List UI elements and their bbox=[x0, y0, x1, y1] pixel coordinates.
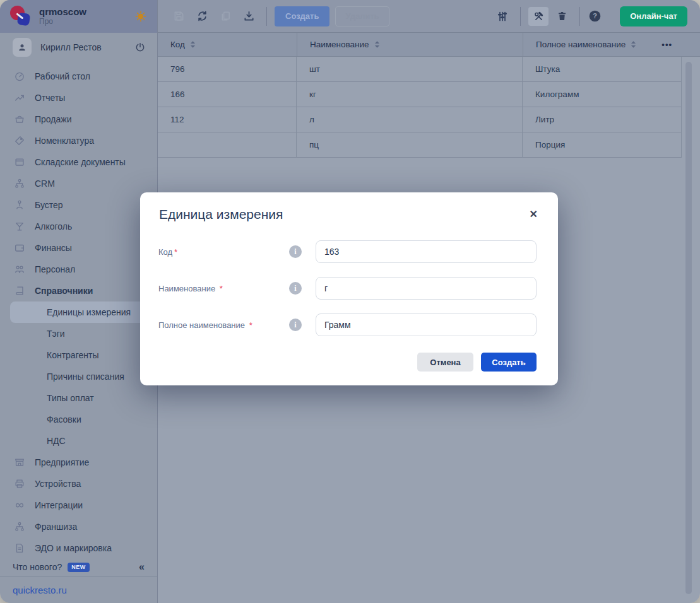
save-icon[interactable] bbox=[172, 9, 186, 23]
sidebar-subitem-label: Единицы измерения bbox=[47, 307, 131, 317]
cell-code[interactable]: 112 bbox=[158, 107, 297, 132]
sidebar-item-devices[interactable]: Устройства bbox=[0, 473, 157, 495]
info-icon[interactable]: i bbox=[289, 245, 302, 258]
cell-name[interactable]: пц bbox=[297, 132, 523, 158]
sidebar-subitem-tags[interactable]: Тэги bbox=[0, 323, 157, 344]
cell-fullname[interactable]: Штука bbox=[523, 57, 682, 82]
logout-power-icon[interactable] bbox=[134, 42, 146, 53]
cell-name[interactable]: кг bbox=[297, 82, 523, 107]
sidebar-item-franchise[interactable]: Франшиза bbox=[0, 516, 157, 537]
code-input[interactable] bbox=[316, 240, 537, 263]
info-icon[interactable]: i bbox=[289, 282, 302, 295]
toolbar-divider bbox=[579, 7, 580, 26]
booster-icon bbox=[14, 199, 25, 211]
user-row[interactable]: Кирилл Рестов bbox=[0, 33, 157, 62]
sidebar-item-dashboard[interactable]: Рабочий стол bbox=[0, 66, 157, 87]
sidebar-subitem-counterparties[interactable]: Контрагенты bbox=[0, 344, 157, 366]
sidebar-item-edo[interactable]: ЭДО и маркировка bbox=[0, 537, 157, 558]
download-icon[interactable] bbox=[242, 9, 256, 23]
refresh-icon[interactable] bbox=[195, 9, 209, 23]
tools-button[interactable] bbox=[528, 7, 549, 26]
sidebar-subitem-units[interactable]: Единицы измерения bbox=[10, 302, 157, 323]
collapse-sidebar-icon[interactable]: « bbox=[139, 561, 145, 573]
sidebar-header: qrmoscow Про bbox=[0, 0, 157, 33]
field-row-fullname: Полное наименование * i bbox=[158, 313, 537, 336]
dashboard-gauge-icon bbox=[14, 71, 25, 82]
sidebar-item-alcohol[interactable]: Алкоголь bbox=[0, 216, 157, 237]
column-menu-icon[interactable]: ••• bbox=[661, 40, 672, 49]
sidebar-item-directories[interactable]: Справочники bbox=[0, 280, 157, 302]
sidebar-nav: Рабочий стол Отчеты Продажи bbox=[0, 62, 157, 558]
sidebar-item-reports[interactable]: Отчеты bbox=[0, 87, 157, 108]
cell-fullname[interactable]: Литр bbox=[523, 107, 682, 132]
table-row[interactable]: 796 шт Штука bbox=[158, 57, 700, 82]
cell-name[interactable]: л bbox=[297, 107, 523, 132]
trash-icon[interactable] bbox=[555, 9, 569, 23]
delete-button[interactable]: Удалить bbox=[335, 6, 389, 26]
table-header: Код Наименование Полное наименование ••• bbox=[158, 33, 700, 57]
infinity-link-icon bbox=[14, 500, 25, 511]
online-chat-button[interactable]: Онлайн-чат bbox=[620, 6, 687, 26]
sidebar-subitem-writeoff-reasons[interactable]: Причины списания bbox=[0, 366, 157, 387]
sidebar-subitem-label: Контрагенты bbox=[47, 350, 98, 360]
sidebar-subitem-packagings[interactable]: Фасовки bbox=[0, 409, 157, 430]
close-icon[interactable]: ✕ bbox=[528, 206, 539, 223]
help-icon[interactable]: ? bbox=[588, 9, 602, 23]
table-row[interactable]: 166 кг Килограмм bbox=[158, 82, 700, 107]
table-row[interactable]: пц Порция bbox=[158, 132, 700, 158]
sidebar-subitem-payment-types[interactable]: Типы оплат bbox=[0, 387, 157, 409]
filters-sliders-icon[interactable] bbox=[495, 9, 509, 23]
screen: qrmoscow Про Кирилл Рестов bbox=[0, 0, 700, 603]
sort-icon[interactable] bbox=[374, 40, 380, 49]
account-name: qrmoscow bbox=[39, 6, 86, 17]
whats-new-row[interactable]: Что нового? NEW « bbox=[0, 558, 157, 577]
user-name: Кирилл Рестов bbox=[40, 42, 102, 52]
sidebar-item-enterprise[interactable]: Предприятие bbox=[0, 452, 157, 473]
sidebar-item-booster[interactable]: Бустер bbox=[0, 194, 157, 216]
sidebar-item-crm[interactable]: CRM bbox=[0, 173, 157, 194]
sidebar-item-sales[interactable]: Продажи bbox=[0, 108, 157, 130]
sidebar-item-warehouse-docs[interactable]: Складские документы bbox=[0, 151, 157, 173]
new-badge: NEW bbox=[68, 563, 90, 572]
sidebar-subitem-label: Типы оплат bbox=[47, 393, 94, 403]
required-mark: * bbox=[249, 320, 252, 330]
theme-toggle-sun-icon[interactable] bbox=[134, 10, 147, 23]
sidebar-subitem-vat[interactable]: НДС bbox=[0, 430, 157, 452]
sidebar-item-integrations[interactable]: Интеграции bbox=[0, 495, 157, 516]
cell-code[interactable]: 166 bbox=[158, 82, 297, 107]
sidebar-item-nomenclature[interactable]: Номенклатура bbox=[0, 130, 157, 151]
field-label-text: Код bbox=[158, 247, 172, 257]
sort-icon[interactable] bbox=[631, 40, 636, 49]
column-header-name[interactable]: Наименование bbox=[297, 33, 523, 56]
cell-fullname[interactable]: Килограмм bbox=[523, 82, 682, 107]
info-icon[interactable]: i bbox=[289, 319, 302, 331]
sidebar-item-finance[interactable]: Финансы bbox=[0, 237, 157, 259]
sidebar-item-label: Номенклатура bbox=[35, 136, 94, 146]
cell-fullname[interactable]: Порция bbox=[523, 132, 682, 158]
cell-code[interactable]: 796 bbox=[158, 57, 297, 82]
sidebar-item-staff[interactable]: Персонал bbox=[0, 259, 157, 280]
required-mark: * bbox=[174, 247, 177, 257]
wallet-icon bbox=[14, 242, 25, 254]
fullname-input[interactable] bbox=[316, 313, 537, 336]
field-label: Наименование * bbox=[158, 284, 289, 293]
toolbar: Создать Удалить ? Онлайн-чат bbox=[158, 0, 700, 33]
sort-icon[interactable] bbox=[190, 40, 196, 49]
sidebar-item-label: Рабочий стол bbox=[35, 71, 90, 81]
cell-name[interactable]: шт bbox=[297, 57, 523, 82]
modal-actions: Отмена Создать bbox=[140, 350, 558, 372]
modal-create-button[interactable]: Создать bbox=[481, 353, 537, 372]
sidebar-subitem-label: Тэги bbox=[47, 329, 65, 339]
cell-code[interactable] bbox=[158, 132, 297, 158]
table-row[interactable]: 112 л Литр bbox=[158, 107, 700, 132]
column-header-code[interactable]: Код bbox=[158, 33, 297, 56]
create-button[interactable]: Создать bbox=[275, 6, 329, 26]
vertical-scrollbar[interactable] bbox=[685, 62, 692, 594]
whats-new-label: Что нового? bbox=[13, 562, 62, 572]
column-header-fullname[interactable]: Полное наименование ••• bbox=[523, 33, 700, 56]
sidebar-subitem-label: Причины списания bbox=[47, 372, 124, 382]
copy-icon[interactable] bbox=[218, 9, 232, 23]
cancel-button[interactable]: Отмена bbox=[417, 353, 473, 372]
name-input[interactable] bbox=[316, 277, 537, 300]
site-link[interactable]: quickresto.ru bbox=[13, 585, 67, 595]
